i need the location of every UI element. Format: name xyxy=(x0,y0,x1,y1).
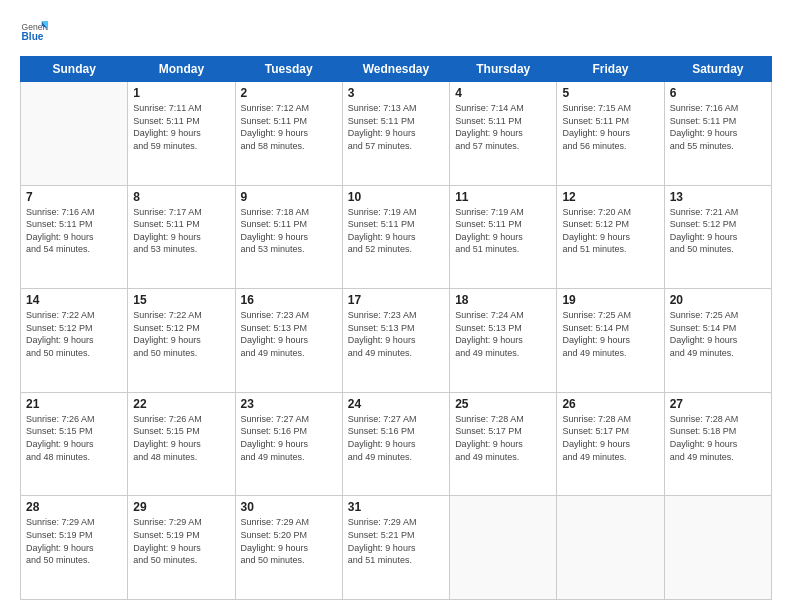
calendar-header-row: SundayMondayTuesdayWednesdayThursdayFrid… xyxy=(21,57,772,82)
day-info: Sunrise: 7:28 AM Sunset: 5:17 PM Dayligh… xyxy=(562,413,658,463)
svg-text:Blue: Blue xyxy=(22,31,44,42)
day-number: 25 xyxy=(455,397,551,411)
day-info: Sunrise: 7:28 AM Sunset: 5:17 PM Dayligh… xyxy=(455,413,551,463)
day-info: Sunrise: 7:16 AM Sunset: 5:11 PM Dayligh… xyxy=(670,102,766,152)
calendar-day-cell: 3Sunrise: 7:13 AM Sunset: 5:11 PM Daylig… xyxy=(342,82,449,186)
calendar-day-cell: 10Sunrise: 7:19 AM Sunset: 5:11 PM Dayli… xyxy=(342,185,449,289)
day-info: Sunrise: 7:17 AM Sunset: 5:11 PM Dayligh… xyxy=(133,206,229,256)
calendar-day-cell: 16Sunrise: 7:23 AM Sunset: 5:13 PM Dayli… xyxy=(235,289,342,393)
calendar-day-cell: 27Sunrise: 7:28 AM Sunset: 5:18 PM Dayli… xyxy=(664,392,771,496)
day-number: 22 xyxy=(133,397,229,411)
day-number: 9 xyxy=(241,190,337,204)
calendar-week-row: 28Sunrise: 7:29 AM Sunset: 5:19 PM Dayli… xyxy=(21,496,772,600)
calendar-day-cell: 23Sunrise: 7:27 AM Sunset: 5:16 PM Dayli… xyxy=(235,392,342,496)
calendar-week-row: 21Sunrise: 7:26 AM Sunset: 5:15 PM Dayli… xyxy=(21,392,772,496)
day-info: Sunrise: 7:25 AM Sunset: 5:14 PM Dayligh… xyxy=(670,309,766,359)
day-number: 8 xyxy=(133,190,229,204)
day-info: Sunrise: 7:23 AM Sunset: 5:13 PM Dayligh… xyxy=(348,309,444,359)
day-number: 28 xyxy=(26,500,122,514)
calendar-table: SundayMondayTuesdayWednesdayThursdayFrid… xyxy=(20,56,772,600)
day-info: Sunrise: 7:22 AM Sunset: 5:12 PM Dayligh… xyxy=(26,309,122,359)
day-info: Sunrise: 7:25 AM Sunset: 5:14 PM Dayligh… xyxy=(562,309,658,359)
calendar-day-cell: 7Sunrise: 7:16 AM Sunset: 5:11 PM Daylig… xyxy=(21,185,128,289)
day-info: Sunrise: 7:26 AM Sunset: 5:15 PM Dayligh… xyxy=(26,413,122,463)
day-info: Sunrise: 7:23 AM Sunset: 5:13 PM Dayligh… xyxy=(241,309,337,359)
calendar-day-cell: 8Sunrise: 7:17 AM Sunset: 5:11 PM Daylig… xyxy=(128,185,235,289)
day-info: Sunrise: 7:29 AM Sunset: 5:21 PM Dayligh… xyxy=(348,516,444,566)
day-number: 4 xyxy=(455,86,551,100)
calendar-day-cell: 19Sunrise: 7:25 AM Sunset: 5:14 PM Dayli… xyxy=(557,289,664,393)
calendar-day-cell: 25Sunrise: 7:28 AM Sunset: 5:17 PM Dayli… xyxy=(450,392,557,496)
day-info: Sunrise: 7:24 AM Sunset: 5:13 PM Dayligh… xyxy=(455,309,551,359)
calendar-day-cell: 20Sunrise: 7:25 AM Sunset: 5:14 PM Dayli… xyxy=(664,289,771,393)
day-info: Sunrise: 7:14 AM Sunset: 5:11 PM Dayligh… xyxy=(455,102,551,152)
day-number: 23 xyxy=(241,397,337,411)
calendar-day-cell: 29Sunrise: 7:29 AM Sunset: 5:19 PM Dayli… xyxy=(128,496,235,600)
calendar-day-cell: 31Sunrise: 7:29 AM Sunset: 5:21 PM Dayli… xyxy=(342,496,449,600)
day-info: Sunrise: 7:29 AM Sunset: 5:19 PM Dayligh… xyxy=(26,516,122,566)
day-info: Sunrise: 7:15 AM Sunset: 5:11 PM Dayligh… xyxy=(562,102,658,152)
calendar-day-cell: 12Sunrise: 7:20 AM Sunset: 5:12 PM Dayli… xyxy=(557,185,664,289)
day-number: 11 xyxy=(455,190,551,204)
day-number: 29 xyxy=(133,500,229,514)
calendar-day-cell: 9Sunrise: 7:18 AM Sunset: 5:11 PM Daylig… xyxy=(235,185,342,289)
day-number: 6 xyxy=(670,86,766,100)
day-info: Sunrise: 7:29 AM Sunset: 5:20 PM Dayligh… xyxy=(241,516,337,566)
day-info: Sunrise: 7:18 AM Sunset: 5:11 PM Dayligh… xyxy=(241,206,337,256)
weekday-header: Thursday xyxy=(450,57,557,82)
calendar-day-cell: 26Sunrise: 7:28 AM Sunset: 5:17 PM Dayli… xyxy=(557,392,664,496)
calendar-day-cell: 22Sunrise: 7:26 AM Sunset: 5:15 PM Dayli… xyxy=(128,392,235,496)
day-number: 31 xyxy=(348,500,444,514)
calendar-week-row: 14Sunrise: 7:22 AM Sunset: 5:12 PM Dayli… xyxy=(21,289,772,393)
calendar-day-cell: 4Sunrise: 7:14 AM Sunset: 5:11 PM Daylig… xyxy=(450,82,557,186)
logo: General Blue xyxy=(20,18,52,46)
day-number: 27 xyxy=(670,397,766,411)
day-number: 26 xyxy=(562,397,658,411)
day-number: 1 xyxy=(133,86,229,100)
weekday-header: Wednesday xyxy=(342,57,449,82)
calendar-day-cell: 6Sunrise: 7:16 AM Sunset: 5:11 PM Daylig… xyxy=(664,82,771,186)
day-number: 3 xyxy=(348,86,444,100)
day-number: 15 xyxy=(133,293,229,307)
day-number: 20 xyxy=(670,293,766,307)
calendar-day-cell: 5Sunrise: 7:15 AM Sunset: 5:11 PM Daylig… xyxy=(557,82,664,186)
weekday-header: Tuesday xyxy=(235,57,342,82)
day-number: 2 xyxy=(241,86,337,100)
day-info: Sunrise: 7:28 AM Sunset: 5:18 PM Dayligh… xyxy=(670,413,766,463)
day-number: 21 xyxy=(26,397,122,411)
weekday-header: Monday xyxy=(128,57,235,82)
calendar-day-cell: 15Sunrise: 7:22 AM Sunset: 5:12 PM Dayli… xyxy=(128,289,235,393)
day-info: Sunrise: 7:21 AM Sunset: 5:12 PM Dayligh… xyxy=(670,206,766,256)
weekday-header: Friday xyxy=(557,57,664,82)
day-number: 30 xyxy=(241,500,337,514)
day-info: Sunrise: 7:19 AM Sunset: 5:11 PM Dayligh… xyxy=(455,206,551,256)
day-number: 14 xyxy=(26,293,122,307)
calendar-day-cell xyxy=(557,496,664,600)
day-info: Sunrise: 7:11 AM Sunset: 5:11 PM Dayligh… xyxy=(133,102,229,152)
calendar-day-cell: 28Sunrise: 7:29 AM Sunset: 5:19 PM Dayli… xyxy=(21,496,128,600)
calendar-day-cell: 17Sunrise: 7:23 AM Sunset: 5:13 PM Dayli… xyxy=(342,289,449,393)
day-number: 10 xyxy=(348,190,444,204)
day-number: 12 xyxy=(562,190,658,204)
day-number: 5 xyxy=(562,86,658,100)
day-info: Sunrise: 7:19 AM Sunset: 5:11 PM Dayligh… xyxy=(348,206,444,256)
calendar-day-cell xyxy=(21,82,128,186)
calendar-day-cell: 1Sunrise: 7:11 AM Sunset: 5:11 PM Daylig… xyxy=(128,82,235,186)
calendar-day-cell: 13Sunrise: 7:21 AM Sunset: 5:12 PM Dayli… xyxy=(664,185,771,289)
calendar-day-cell: 11Sunrise: 7:19 AM Sunset: 5:11 PM Dayli… xyxy=(450,185,557,289)
calendar-week-row: 7Sunrise: 7:16 AM Sunset: 5:11 PM Daylig… xyxy=(21,185,772,289)
calendar-day-cell xyxy=(450,496,557,600)
day-info: Sunrise: 7:27 AM Sunset: 5:16 PM Dayligh… xyxy=(241,413,337,463)
calendar-day-cell: 18Sunrise: 7:24 AM Sunset: 5:13 PM Dayli… xyxy=(450,289,557,393)
day-number: 19 xyxy=(562,293,658,307)
day-number: 7 xyxy=(26,190,122,204)
day-number: 17 xyxy=(348,293,444,307)
weekday-header: Saturday xyxy=(664,57,771,82)
day-number: 13 xyxy=(670,190,766,204)
page-header: General Blue xyxy=(20,18,772,46)
calendar-day-cell xyxy=(664,496,771,600)
day-number: 16 xyxy=(241,293,337,307)
day-info: Sunrise: 7:22 AM Sunset: 5:12 PM Dayligh… xyxy=(133,309,229,359)
calendar-day-cell: 2Sunrise: 7:12 AM Sunset: 5:11 PM Daylig… xyxy=(235,82,342,186)
calendar-week-row: 1Sunrise: 7:11 AM Sunset: 5:11 PM Daylig… xyxy=(21,82,772,186)
